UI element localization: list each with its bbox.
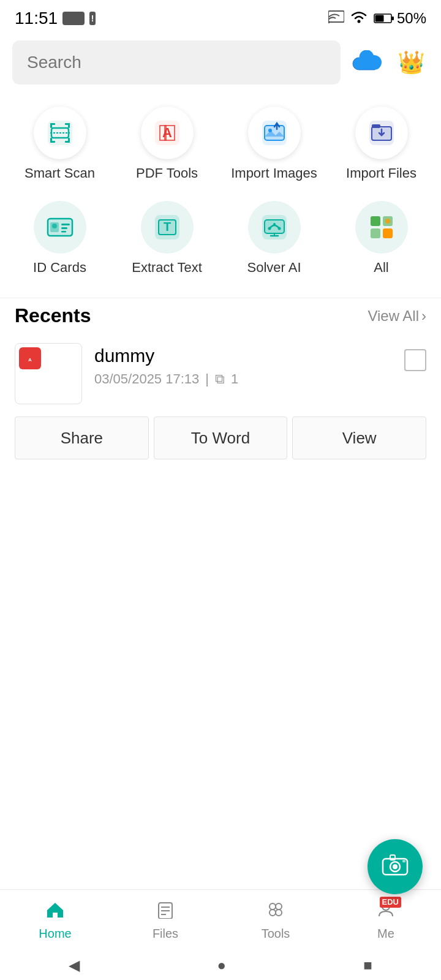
feature-import-files[interactable]: Import Files [328,97,435,191]
crown-button[interactable]: 👑 [393,45,429,80]
feature-import-images[interactable]: Import Images [221,97,328,191]
nav-home-label: Home [39,927,71,941]
to-word-button[interactable]: To Word [154,417,288,459]
svg-rect-4 [391,17,394,20]
action-buttons: Share To Word View [0,410,441,472]
feature-pdf-tools[interactable]: A PDF Tools [113,97,221,191]
recent-thumbnail: A [15,343,82,404]
svg-point-45 [273,223,276,225]
pdf-tools-icon-wrap: A [141,107,194,159]
status-bar: 11:51 ! 50% [0,0,441,34]
recents-title: Recents [15,304,91,327]
edu-badge: EDU [380,897,401,908]
feature-grid: Smart Scan A PDF Tools Import Image [0,91,441,298]
smart-scan-icon [44,117,76,149]
cloud-icon [352,50,382,75]
svg-rect-46 [371,216,380,226]
svg-point-42 [277,227,281,230]
nav-home[interactable]: Home [0,890,110,951]
recent-pages: 1 [231,371,238,387]
battery-text: 50% [397,10,426,27]
svg-text:T: T [163,220,170,233]
cloud-button[interactable] [349,45,385,80]
svg-point-1 [328,21,330,24]
nav-files[interactable]: Files [110,890,221,951]
svg-rect-12 [68,123,70,128]
feature-extract-text[interactable]: T Extract Text [113,191,221,285]
bottom-nav: Home Files Tools [0,889,441,951]
android-nav-bar: ◀ ● ■ [0,951,441,980]
all-icon [366,211,398,243]
id-cards-label: ID Cards [33,260,86,276]
svg-rect-49 [383,228,393,238]
nav-tools-label: Tools [262,927,290,941]
cast-icon [328,10,344,27]
feature-id-cards[interactable]: ID Cards [6,191,113,285]
svg-point-63 [270,910,276,916]
svg-rect-56 [402,860,405,862]
recent-item: A dummy 03/05/2025 17:13 | ⧉ 1 [0,337,441,410]
home-hardware-button[interactable]: ● [217,957,226,974]
view-all-button[interactable]: View All › [368,307,426,325]
svg-rect-33 [61,231,66,233]
recent-checkbox[interactable] [404,349,426,371]
import-images-icon [258,117,290,149]
solver-ai-icon-wrap [248,201,301,254]
nav-me[interactable]: EDU Me [331,890,441,951]
separator: | [205,371,209,387]
svg-point-54 [393,864,398,869]
nav-tools[interactable]: Tools [221,890,331,951]
battery-icon: 50% [374,10,426,27]
recent-name: dummy [94,345,426,366]
svg-point-61 [270,903,276,910]
view-button[interactable]: View [292,417,426,459]
home-icon [46,900,64,923]
status-pill-icon [62,12,85,25]
all-label: All [374,260,388,276]
status-alert-icon: ! [89,12,96,25]
search-input[interactable] [12,40,341,85]
pdf-tools-icon: A [151,117,183,149]
camera-fab[interactable] [368,839,423,894]
extract-text-icon-wrap: T [141,201,194,254]
svg-rect-14 [50,138,52,143]
nav-me-label: Me [377,927,394,941]
svg-rect-31 [61,224,70,225]
wifi-icon [350,10,368,27]
feature-smart-scan[interactable]: Smart Scan [6,97,113,191]
all-icon-wrap [355,201,408,254]
nav-files-label: Files [153,927,178,941]
id-cards-icon-wrap [34,201,86,254]
svg-rect-5 [375,15,383,22]
me-icon: EDU [377,900,395,923]
smart-scan-icon-wrap [34,107,86,159]
extract-text-icon: T [151,211,183,243]
back-button[interactable]: ◀ [69,957,80,974]
recent-apps-button[interactable]: ■ [363,957,372,974]
extract-text-label: Extract Text [132,260,202,276]
import-images-icon-wrap [248,107,301,159]
chevron-right-icon: › [421,307,426,325]
svg-text:A: A [28,357,32,363]
import-files-icon [366,117,398,149]
feature-all[interactable]: All [328,191,435,285]
tools-icon [266,900,285,923]
svg-rect-20 [265,126,284,140]
recents-header: Recents View All › [0,298,441,337]
import-files-icon-wrap [355,107,408,159]
camera-icon [382,853,409,881]
pdf-tools-label: PDF Tools [136,165,198,181]
import-images-label: Import Images [231,165,317,181]
page-icon: ⧉ [215,371,225,387]
status-right: 50% [328,10,426,27]
crown-icon: 👑 [398,50,425,75]
recent-meta: 03/05/2025 17:13 | ⧉ 1 [94,371,426,387]
feature-solver-ai[interactable]: Solver AI [221,191,328,285]
svg-point-64 [276,910,282,916]
search-container: 👑 [0,34,441,91]
svg-rect-26 [372,124,380,128]
solver-ai-label: Solver AI [247,260,301,276]
files-icon [156,900,175,923]
share-button[interactable]: Share [15,417,149,459]
svg-rect-48 [371,228,380,238]
